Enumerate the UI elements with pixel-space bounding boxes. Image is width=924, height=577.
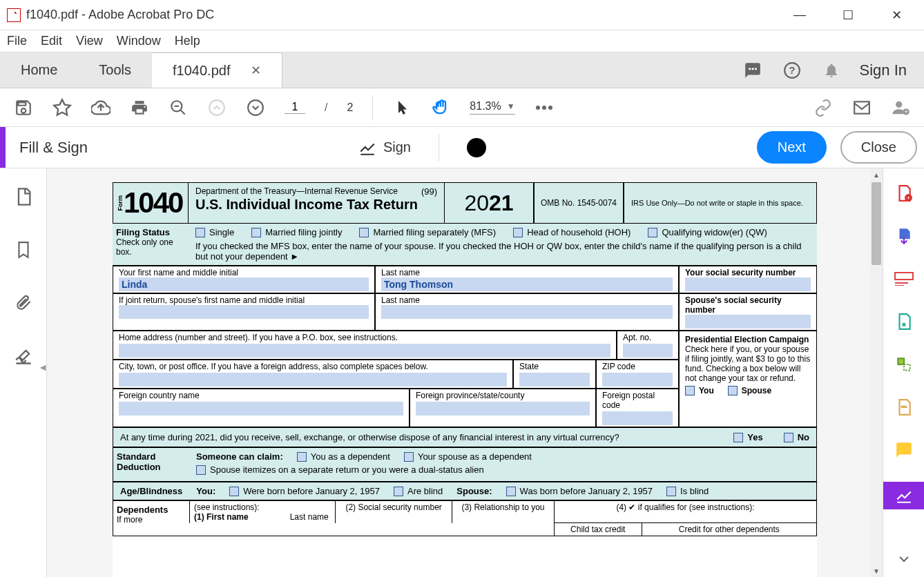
dep-col4a: Child tax credit <box>554 523 642 536</box>
checkbox-you-born[interactable]: Were born before January 2, 1957 <box>229 486 380 496</box>
state-input[interactable] <box>519 373 590 387</box>
checkbox-you-blind[interactable]: Are blind <box>394 486 443 496</box>
search-icon[interactable] <box>169 98 188 117</box>
export-pdf-icon[interactable] <box>893 225 915 247</box>
foreign-country-input[interactable] <box>119 402 403 415</box>
checkbox-single[interactable]: Single <box>195 227 234 237</box>
attachments-icon[interactable] <box>12 292 35 314</box>
checkbox-hoh[interactable]: Head of household (HOH) <box>513 227 631 237</box>
apt-input[interactable] <box>623 344 673 358</box>
pdf-icon <box>7 8 21 22</box>
checkbox-mfj[interactable]: Married filing jointly <box>251 227 342 237</box>
first-name-input[interactable]: Linda <box>119 277 369 291</box>
foreign-country-label: Foreign country name <box>119 391 403 400</box>
page-up-icon[interactable] <box>207 98 227 117</box>
close-button[interactable]: Close <box>840 131 917 164</box>
ssn-input[interactable] <box>685 277 811 291</box>
next-button[interactable]: Next <box>757 131 827 164</box>
spouse-first-label: If joint return, spouse's first name and… <box>119 295 369 305</box>
menu-file[interactable]: File <box>7 34 27 48</box>
scrollbar-thumb[interactable] <box>872 182 881 265</box>
selection-tool-icon[interactable] <box>392 98 412 117</box>
vertical-scrollbar[interactable]: ▲ ▼ <box>870 168 883 577</box>
menu-help[interactable]: Help <box>175 34 200 48</box>
city-input[interactable] <box>119 373 507 387</box>
checkbox-vc-yes[interactable]: Yes <box>733 432 762 442</box>
filing-status-section: Filing Status Check only one box. Single… <box>113 224 817 266</box>
foreign-postal-input[interactable] <box>602 411 673 425</box>
ssn-label: Your social security number <box>685 268 811 277</box>
bell-icon[interactable] <box>820 59 843 81</box>
main-area: ◄ Form 1040 Department of the Treasury—I… <box>0 168 924 577</box>
checkbox-pec-you[interactable]: You <box>685 386 714 395</box>
checkbox-spouse-born[interactable]: Was born before January 2, 1957 <box>506 486 653 496</box>
minimize-button[interactable]: — <box>786 5 814 26</box>
filing-status-sub: Check only one box. <box>116 237 185 257</box>
spouse-ssn-input[interactable] <box>685 315 811 329</box>
checkbox-you-dependent[interactable]: You as a dependent <box>297 451 390 462</box>
form-title: U.S. Individual Income Tax Return <box>195 197 437 213</box>
thumbnails-icon[interactable] <box>12 186 35 208</box>
page-current-input[interactable] <box>285 101 305 114</box>
bookmarks-icon[interactable] <box>12 239 35 261</box>
comment-tool-icon[interactable] <box>893 439 915 461</box>
spouse-last-input[interactable] <box>381 305 673 319</box>
scroll-down-icon[interactable]: ▼ <box>870 565 883 577</box>
link-icon[interactable] <box>814 98 833 117</box>
sign-button[interactable]: Sign <box>358 139 411 157</box>
svg-point-0 <box>749 68 751 70</box>
document-viewport[interactable]: Form 1040 Department of the Treasury—Int… <box>47 168 883 577</box>
redact-icon[interactable] <box>893 396 915 418</box>
menu-view[interactable]: View <box>76 34 103 48</box>
menu-edit[interactable]: Edit <box>41 34 62 48</box>
scroll-up-icon[interactable]: ▲ <box>870 168 883 181</box>
home-address-input[interactable] <box>119 344 610 358</box>
star-icon[interactable] <box>52 98 72 117</box>
last-name-label: Last name <box>381 268 673 277</box>
last-name-input[interactable]: Tong Thomson <box>381 277 673 291</box>
checkbox-vc-no[interactable]: No <box>784 432 809 442</box>
zoom-value[interactable]: 81.3% <box>470 100 501 113</box>
maximize-button[interactable]: ☐ <box>834 5 862 26</box>
pec-text: Check here if you, or your spouse if fil… <box>685 344 811 383</box>
signin-button[interactable]: Sign In <box>860 61 907 79</box>
checkbox-spouse-dependent[interactable]: Your spouse as a dependent <box>404 451 532 462</box>
save-icon[interactable] <box>14 98 33 117</box>
svg-text:?: ? <box>789 64 795 76</box>
hand-tool-icon[interactable] <box>431 98 450 117</box>
menu-window[interactable]: Window <box>117 34 161 48</box>
checkbox-mfs[interactable]: Married filing separately (MFS) <box>359 227 496 237</box>
collapse-left-rail-icon[interactable]: ◄ <box>38 362 48 373</box>
tab-document[interactable]: f1040.pdf ✕ <box>152 52 282 88</box>
expand-tools-icon[interactable] <box>893 548 915 570</box>
edit-pdf-icon[interactable] <box>893 268 915 290</box>
help-icon[interactable]: ? <box>781 59 803 81</box>
zoom-dropdown-icon[interactable]: ▼ <box>507 101 515 111</box>
more-tools-icon[interactable] <box>535 98 554 117</box>
close-window-button[interactable]: ✕ <box>883 5 910 26</box>
share-person-icon[interactable]: + <box>891 98 910 117</box>
checkbox-qw[interactable]: Qualifying widow(er) (QW) <box>648 227 767 237</box>
comments-icon[interactable] <box>742 59 764 81</box>
cloud-icon[interactable] <box>91 98 110 117</box>
tab-home[interactable]: Home <box>0 52 78 88</box>
tab-tools[interactable]: Tools <box>78 52 152 88</box>
color-picker[interactable] <box>467 138 486 157</box>
fillsign-tool-icon[interactable] <box>883 482 925 509</box>
email-icon[interactable] <box>852 98 872 117</box>
checkbox-spouse-blind[interactable]: Is blind <box>666 486 709 496</box>
spouse-first-input[interactable] <box>119 305 369 319</box>
checkbox-spouse-itemizes[interactable]: Spouse itemizes on a separate return or … <box>196 464 484 475</box>
tab-close-icon[interactable]: ✕ <box>251 63 261 78</box>
signatures-icon[interactable] <box>12 345 35 367</box>
organize-pages-icon[interactable] <box>893 311 915 333</box>
form-omb: OMB No. 1545-0074 <box>534 182 624 224</box>
foreign-prov-input[interactable] <box>416 402 590 415</box>
svg-point-1 <box>751 68 753 70</box>
page-down-icon[interactable] <box>246 98 265 117</box>
zip-input[interactable] <box>602 373 673 387</box>
checkbox-pec-spouse[interactable]: Spouse <box>728 386 771 395</box>
compress-icon[interactable] <box>893 353 915 375</box>
print-icon[interactable] <box>130 98 149 117</box>
create-pdf-icon[interactable]: + <box>893 182 915 204</box>
